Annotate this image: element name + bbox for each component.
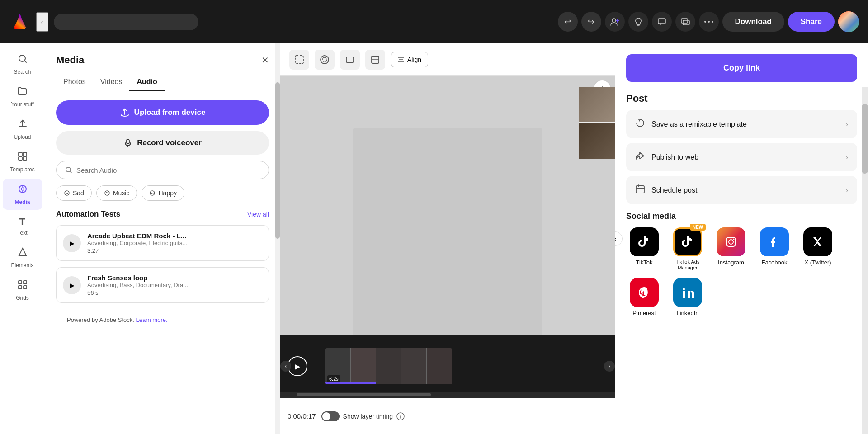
facebook-icon <box>760 227 789 256</box>
sidebar-item-templates[interactable]: Templates <box>3 146 42 177</box>
align-label: Align <box>407 56 421 63</box>
canvas-area: Align + ‹ ▶ 6.2s › <box>280 43 615 434</box>
audio-search-box[interactable] <box>56 161 269 179</box>
filter-chip-music-label: Music <box>113 189 130 197</box>
social-item-instagram[interactable]: Instagram <box>713 227 749 266</box>
collab-button[interactable] <box>675 12 695 32</box>
crop-tool-button[interactable] <box>315 50 335 70</box>
rectangle-tool-button[interactable] <box>340 50 360 70</box>
tiktok-icon <box>630 227 659 256</box>
learn-more-link[interactable]: Learn more. <box>136 316 168 323</box>
social-item-x-twitter[interactable]: X (Twitter) <box>800 227 836 266</box>
svg-point-29 <box>321 56 329 64</box>
upload-icon <box>17 118 28 132</box>
filter-chip-happy[interactable]: Happy <box>142 185 184 201</box>
canvas-frame[interactable] <box>353 128 542 345</box>
user-avatar[interactable] <box>838 11 859 32</box>
tiktok-label: TikTok <box>636 259 652 266</box>
social-item-tiktok[interactable]: TikTok <box>626 227 662 266</box>
audio-info-1: Fresh Senses loop Advertising, Bass, Doc… <box>87 274 262 296</box>
save-remixable-option[interactable]: Save as a remixable template › <box>626 110 857 138</box>
remix-icon <box>635 118 645 130</box>
x-twitter-icon <box>803 227 832 256</box>
timeline-scroll-left[interactable]: ‹ <box>280 361 291 372</box>
tab-videos[interactable]: Videos <box>93 73 130 91</box>
timeline-area: ‹ ▶ 6.2s › <box>280 335 615 398</box>
svg-point-9 <box>712 21 713 23</box>
audio-item-0[interactable]: ▶ Arcade Upbeat EDM Rock - L... Advertis… <box>56 225 269 261</box>
panel-tabs: Photos Videos Audio <box>45 73 280 91</box>
main-layout: Search Your stuff Upload Templates Media <box>0 43 868 434</box>
post-section: Post Save as a remixable template › <box>626 89 857 204</box>
download-button[interactable]: Download <box>722 12 784 32</box>
timeline-scrollbar-thumb <box>297 393 431 396</box>
media-icon <box>17 184 28 197</box>
audio-search-input[interactable] <box>76 166 260 174</box>
schedule-post-option[interactable]: Schedule post › <box>626 176 857 204</box>
timeline-scroll-right[interactable]: › <box>604 361 615 372</box>
record-voiceover-button[interactable]: Record voiceover <box>56 131 269 155</box>
back-button[interactable]: ‹ <box>36 12 48 32</box>
social-grid: TikTok NEW TikTok Ads Manager <box>626 227 857 316</box>
sidebar-item-label-elements: Elements <box>11 262 33 269</box>
tab-audio[interactable]: Audio <box>129 73 164 91</box>
sidebar-item-label-your-stuff: Your stuff <box>11 101 33 108</box>
copy-link-button[interactable]: Copy link <box>626 54 857 82</box>
tab-photos[interactable]: Photos <box>56 73 93 91</box>
upload-from-device-label: Upload from device <box>134 108 206 117</box>
sidebar-item-label-text: Text <box>17 230 27 236</box>
lightbulb-button[interactable] <box>628 12 648 32</box>
svg-point-3 <box>612 19 616 22</box>
shape-tool-button[interactable] <box>365 50 385 70</box>
instagram-icon <box>717 227 745 256</box>
social-item-facebook[interactable]: Facebook <box>756 227 793 266</box>
view-all-link[interactable]: View all <box>247 211 269 218</box>
filter-chip-music[interactable]: Music <box>96 185 137 201</box>
sidebar-item-media[interactable]: Media <box>3 179 42 210</box>
toggle-knob <box>322 412 330 420</box>
add-collaborator-button[interactable] <box>605 12 625 32</box>
more-button[interactable] <box>699 12 719 32</box>
right-scrollbar[interactable] <box>862 87 868 434</box>
sidebar-item-grids[interactable]: Grids <box>3 275 42 306</box>
document-title-input[interactable] <box>54 14 198 30</box>
timeline-scrollbar[interactable] <box>280 392 615 398</box>
app-logo <box>9 11 31 33</box>
sidebar-item-label-media: Media <box>14 199 30 205</box>
sidebar-item-your-stuff[interactable]: Your stuff <box>3 81 42 112</box>
social-item-tiktok-ads[interactable]: NEW TikTok Ads Manager <box>670 227 706 271</box>
share-button[interactable]: Share <box>788 12 835 32</box>
sidebar-item-text[interactable]: T Text <box>3 212 42 241</box>
audio-duration-0: 3:27 <box>87 247 262 254</box>
upload-from-device-button[interactable]: Upload from device <box>56 100 269 125</box>
social-item-pinterest[interactable]: Pinterest <box>626 278 662 316</box>
automation-tests-header: Automation Tests View all <box>56 210 269 219</box>
play-button-1[interactable]: ▶ <box>63 276 81 294</box>
right-panel-collapse[interactable]: ‹ <box>615 231 623 246</box>
chevron-right-icon-2: › <box>846 186 848 194</box>
topbar-icons: ↩ ↪ Download Share <box>558 11 859 32</box>
sidebar-item-elements[interactable]: Elements <box>3 242 42 273</box>
save-remixable-left: Save as a remixable template <box>635 118 747 130</box>
svg-point-8 <box>708 21 710 23</box>
align-button[interactable]: Align <box>391 52 428 67</box>
redo-button[interactable]: ↪ <box>581 12 601 32</box>
section-title: Automation Tests <box>56 210 120 219</box>
folder-icon <box>17 86 28 99</box>
sidebar-item-upload[interactable]: Upload <box>3 114 42 145</box>
social-item-linkedin[interactable]: LinkedIn <box>670 278 706 316</box>
panel-close-button[interactable]: ✕ <box>261 55 269 66</box>
publish-to-web-option[interactable]: Publish to web › <box>626 143 857 171</box>
audio-item-1[interactable]: ▶ Fresh Senses loop Advertising, Bass, D… <box>56 267 269 303</box>
sidebar-item-search[interactable]: Search <box>3 49 42 80</box>
undo-button[interactable]: ↩ <box>558 12 578 32</box>
svg-rect-43 <box>683 291 685 298</box>
play-button-0[interactable]: ▶ <box>63 234 81 252</box>
comment-button[interactable] <box>652 12 672 32</box>
select-tool-button[interactable] <box>289 50 309 70</box>
layer-timing-toggle[interactable] <box>321 411 340 421</box>
left-sidebar: Search Your stuff Upload Templates Media <box>0 43 45 434</box>
panel-scrollbar[interactable] <box>275 43 280 434</box>
filter-chip-sad[interactable]: Sad <box>56 185 92 201</box>
powered-by: Powered by Adobe Stock. Learn more. <box>56 309 269 330</box>
